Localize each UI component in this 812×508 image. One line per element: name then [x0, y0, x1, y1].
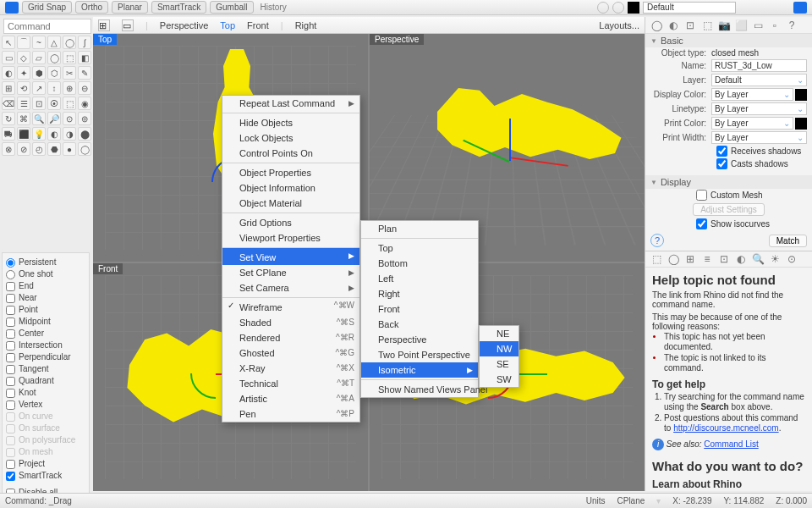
menu-item[interactable]: Viewport Properties: [222, 230, 359, 246]
tool-button-1[interactable]: ⌒: [17, 36, 30, 49]
panel-toggle-icon[interactable]: [793, 2, 807, 14]
layer-swatch-icon[interactable]: [628, 2, 639, 14]
tool-button-34[interactable]: ⊙: [63, 112, 76, 125]
receives-shadows-checkbox[interactable]: [716, 146, 727, 157]
menu-item[interactable]: Pen^⌘P: [222, 406, 359, 422]
tool-button-15[interactable]: ⬡: [47, 66, 61, 80]
menu-item[interactable]: Plan: [361, 221, 478, 236]
tool-button-35[interactable]: ⊚: [78, 112, 91, 125]
help-tab9-icon[interactable]: ⊙: [786, 253, 798, 265]
osnap-checkbox[interactable]: [6, 306, 15, 315]
tool-button-41[interactable]: ⬤: [78, 127, 91, 141]
tab-front[interactable]: Front: [247, 20, 269, 30]
prop-value-select[interactable]: RUST_3d_Low: [711, 59, 807, 72]
help-tab7-icon[interactable]: 🔍: [752, 253, 764, 265]
menu-item[interactable]: NE: [480, 326, 518, 341]
viewport-label[interactable]: Top: [93, 34, 117, 45]
material-tab-icon[interactable]: ◐: [667, 19, 679, 31]
menu-item[interactable]: Control Points On: [222, 146, 359, 161]
viewport-label[interactable]: Front: [93, 263, 123, 274]
tool-button-18[interactable]: ⊞: [2, 81, 15, 95]
tool-button-43[interactable]: ⊘: [17, 142, 30, 156]
viewport-single-icon[interactable]: ▭: [122, 19, 134, 31]
tool-button-2[interactable]: ~: [32, 36, 46, 49]
osnap-checkbox[interactable]: [6, 460, 15, 469]
tool-button-40[interactable]: ◑: [63, 127, 76, 141]
menu-item[interactable]: Set View▶: [222, 247, 359, 265]
match-button[interactable]: Match: [769, 235, 807, 247]
tool-button-20[interactable]: ↗: [32, 81, 46, 95]
setview-submenu[interactable]: PlanTopBottomLeftRightFrontBackPerspecti…: [360, 220, 479, 398]
tool-button-24[interactable]: ⌫: [2, 97, 15, 110]
viewport-label[interactable]: Perspective: [370, 34, 424, 45]
tool-button-12[interactable]: ◐: [2, 66, 15, 80]
osnap-checkbox[interactable]: [6, 400, 15, 410]
menu-item[interactable]: Top: [361, 238, 478, 256]
menu-item[interactable]: Shaded^⌘S: [222, 315, 359, 330]
help-icon[interactable]: ?: [650, 234, 664, 247]
tool-button-10[interactable]: ⬚: [63, 51, 76, 64]
help-tab2-icon[interactable]: ◯: [667, 253, 679, 265]
ortho-toggle[interactable]: Ortho: [75, 1, 108, 14]
isometric-submenu[interactable]: NENWSESW: [479, 325, 519, 388]
menu-item[interactable]: Right: [361, 286, 478, 301]
tool-button-47[interactable]: ◯: [78, 142, 91, 156]
tab-right[interactable]: Right: [295, 20, 317, 30]
properties-tab-icon[interactable]: ◯: [650, 19, 662, 31]
camera-tab-icon[interactable]: 📷: [718, 19, 730, 31]
tool-button-9[interactable]: ◯: [47, 51, 61, 64]
help-tab5-icon[interactable]: ⊡: [718, 253, 730, 265]
command-input[interactable]: [3, 19, 91, 34]
show-isocurves-checkbox[interactable]: [696, 218, 707, 229]
tool-button-28[interactable]: ⬚: [63, 97, 76, 110]
menu-item[interactable]: NW: [480, 341, 518, 356]
menu-item[interactable]: Grid Options: [222, 213, 359, 230]
menu-item[interactable]: SE: [480, 356, 518, 372]
status-cplane[interactable]: CPlane: [617, 496, 645, 505]
menu-item[interactable]: Object Properties: [222, 163, 359, 180]
osnap-mode-radio[interactable]: [6, 270, 15, 279]
prop-value-select[interactable]: By Layer ⌄: [711, 117, 793, 130]
menu-item[interactable]: Bottom: [361, 256, 478, 271]
basic-section-header[interactable]: Basic: [645, 34, 812, 47]
tool-button-13[interactable]: ✦: [17, 66, 30, 80]
osnap-checkbox[interactable]: [6, 472, 15, 481]
prop-value-select[interactable]: Default ⌄: [711, 74, 807, 86]
tool-button-23[interactable]: ⊖: [78, 81, 91, 95]
osnap-mode-radio[interactable]: [6, 258, 15, 268]
display-section-header[interactable]: Display: [645, 175, 812, 189]
status-units[interactable]: Units: [586, 496, 606, 505]
gridsnap-toggle[interactable]: Grid Snap: [22, 1, 72, 14]
color-swatch[interactable]: [795, 118, 807, 130]
menu-item[interactable]: Left: [361, 271, 478, 286]
tool-button-44[interactable]: ◴: [32, 142, 46, 156]
discourse-link[interactable]: http://discourse.mcneel.com: [673, 423, 779, 433]
history-label[interactable]: History: [261, 3, 287, 12]
texture-tab-icon[interactable]: ⊡: [684, 19, 696, 31]
menu-item[interactable]: SW: [480, 372, 518, 387]
osnap-checkbox[interactable]: [6, 341, 15, 351]
tool-button-6[interactable]: ▭: [2, 51, 15, 64]
context-menu[interactable]: Repeat Last Command▶Hide ObjectsLock Obj…: [222, 95, 360, 422]
smarttrack-toggle[interactable]: SmartTrack: [151, 1, 206, 14]
gumball-toggle[interactable]: Gumball: [210, 1, 253, 14]
casts-shadows-checkbox[interactable]: [716, 158, 727, 169]
help-tab6-icon[interactable]: ◐: [735, 253, 747, 265]
menu-item[interactable]: Object Material: [222, 196, 359, 211]
tool-button-0[interactable]: ↖: [2, 36, 15, 49]
menu-item[interactable]: Set Camera▶: [222, 280, 359, 295]
more-tab-icon[interactable]: ▫: [769, 19, 781, 31]
light-tab-icon[interactable]: ⬜: [735, 19, 747, 31]
menu-item[interactable]: Wireframe✓^⌘W: [222, 297, 359, 315]
tool-button-25[interactable]: ☰: [17, 97, 30, 110]
menu-item[interactable]: Technical^⌘T: [222, 376, 359, 391]
tool-button-11[interactable]: ◧: [78, 51, 91, 64]
command-list-link[interactable]: Command List: [704, 439, 758, 449]
tool-button-38[interactable]: 💡: [32, 127, 46, 141]
prop-value-select[interactable]: By Layer ⌄: [711, 88, 793, 101]
tool-button-19[interactable]: ⟲: [17, 81, 30, 95]
tool-button-22[interactable]: ⊕: [63, 81, 76, 95]
help-tab8-icon[interactable]: ☀: [769, 253, 781, 265]
tool-button-42[interactable]: ⊗: [2, 142, 15, 156]
help-tab4-icon[interactable]: ≡: [701, 253, 713, 265]
